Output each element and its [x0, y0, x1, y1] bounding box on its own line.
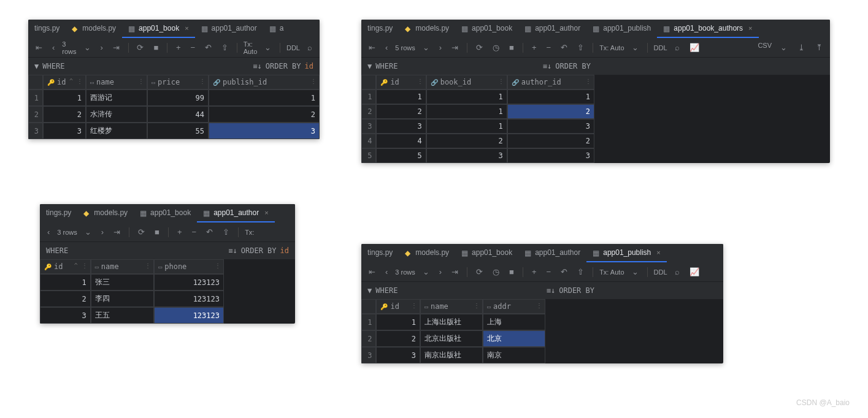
orderby-label[interactable]: ORDER BY: [559, 286, 594, 295]
sort-icon[interactable]: ≡↓: [228, 246, 237, 255]
chevron-down-icon[interactable]: ⌄: [778, 42, 789, 53]
add-row-button[interactable]: +: [529, 266, 539, 278]
first-page-button[interactable]: ⇤: [33, 42, 45, 53]
search-icon[interactable]: ⌕: [672, 266, 682, 278]
tab-publish[interactable]: ▦app01_publish: [586, 20, 657, 38]
tab-a[interactable]: ▦a: [263, 20, 290, 38]
orderby-value[interactable]: id: [305, 62, 313, 70]
stop-button[interactable]: ■: [151, 42, 161, 53]
refresh-button[interactable]: ⟳: [136, 226, 147, 238]
tab-tings[interactable]: tings.py: [361, 244, 399, 262]
chevron-down-icon[interactable]: ⌄: [420, 266, 432, 278]
tab-tings[interactable]: tings.py: [361, 20, 399, 38]
chevron-down-icon[interactable]: ⌄: [629, 266, 641, 278]
prev-page-button[interactable]: ‹: [45, 226, 52, 238]
sort-icon[interactable]: ≡↓: [547, 286, 555, 295]
table-row[interactable]: 11上海出版社上海: [361, 314, 545, 330]
chevron-down-icon[interactable]: ⌄: [82, 226, 94, 238]
col-id[interactable]: 🔑id^ ⋮: [40, 259, 91, 274]
orderby-value[interactable]: id: [280, 246, 289, 255]
prev-page-button[interactable]: ‹: [383, 266, 390, 278]
where-label[interactable]: WHERE: [375, 286, 398, 295]
sort-icon[interactable]: ≡↓: [543, 62, 551, 70]
prev-page-button[interactable]: ‹: [50, 42, 57, 53]
clock-icon[interactable]: ◷: [490, 266, 502, 278]
add-row-button[interactable]: +: [175, 226, 185, 238]
tab-tings[interactable]: tings.py: [40, 204, 77, 222]
commit-button[interactable]: ⇧: [220, 226, 232, 238]
delete-row-button[interactable]: −: [188, 42, 198, 53]
table-row[interactable]: 1张三123123: [40, 274, 224, 291]
next-page-button[interactable]: ›: [99, 226, 106, 238]
col-addr[interactable]: ▭addr⋮: [483, 299, 545, 314]
tx-mode[interactable]: Tx: Auto: [244, 40, 258, 55]
col-id[interactable]: 🔑id⋮: [376, 75, 426, 89]
close-icon[interactable]: ×: [264, 209, 268, 216]
refresh-button[interactable]: ⟳: [474, 42, 485, 53]
upload-icon[interactable]: ⤒: [813, 42, 825, 53]
last-page-button[interactable]: ⇥: [111, 226, 123, 238]
tx-mode[interactable]: Tx: Auto: [599, 268, 624, 276]
csv-button[interactable]: CSV: [758, 42, 772, 53]
row-count[interactable]: 3 rows: [57, 229, 77, 236]
search-icon[interactable]: ⌕: [672, 42, 682, 53]
refresh-button[interactable]: ⟳: [134, 42, 146, 53]
chevron-down-icon[interactable]: ⌄: [420, 42, 432, 53]
commit-button[interactable]: ⇧: [575, 266, 586, 278]
chevron-down-icon[interactable]: ⌄: [262, 42, 274, 53]
table-row[interactable]: 2 2 水浒传 44 2: [28, 106, 320, 123]
filter-icon[interactable]: ▼: [367, 62, 372, 70]
next-page-button[interactable]: ›: [98, 42, 106, 53]
next-page-button[interactable]: ›: [437, 266, 444, 278]
orderby-label[interactable]: ORDER BY: [555, 62, 591, 70]
first-page-button[interactable]: ⇤: [366, 266, 378, 278]
filter-icon[interactable]: ▼: [34, 62, 39, 70]
tab-book[interactable]: ▦app01_book: [455, 244, 518, 262]
stop-button[interactable]: ■: [152, 226, 162, 238]
row-count[interactable]: 5 rows: [395, 44, 415, 51]
row-count[interactable]: 3 rows: [62, 40, 76, 55]
commit-button[interactable]: ⇧: [575, 42, 586, 53]
where-label[interactable]: WHERE: [42, 62, 64, 70]
chevron-down-icon[interactable]: ⌄: [629, 42, 641, 53]
table-row[interactable]: 5533: [361, 148, 594, 163]
col-name[interactable]: ▭name⋮: [420, 299, 483, 314]
add-row-button[interactable]: +: [529, 42, 539, 53]
col-name[interactable]: ▭name⋮: [91, 259, 154, 274]
table-row[interactable]: 1111: [361, 89, 594, 104]
prev-page-button[interactable]: ‹: [383, 42, 390, 53]
close-icon[interactable]: ×: [656, 249, 660, 256]
tab-models[interactable]: ◆models.py: [399, 20, 455, 38]
tab-book[interactable]: ▦app01_book×: [122, 20, 195, 38]
delete-row-button[interactable]: −: [544, 42, 554, 53]
tab-publish[interactable]: ▦app01_publish×: [586, 244, 667, 262]
stop-button[interactable]: ■: [507, 266, 517, 278]
ddl-button[interactable]: DDL: [286, 44, 300, 51]
download-icon[interactable]: ⤓: [796, 42, 807, 53]
clock-icon[interactable]: ◷: [490, 42, 502, 53]
table-row[interactable]: 1 1 西游记 99 1: [28, 89, 320, 106]
where-label[interactable]: WHERE: [375, 62, 398, 70]
orderby-label[interactable]: ORDER BY: [266, 62, 301, 70]
tab-author[interactable]: ▦app01_author: [518, 244, 586, 262]
first-page-button[interactable]: ⇤: [366, 42, 378, 53]
delete-row-button[interactable]: −: [190, 226, 199, 238]
col-author-id[interactable]: 🔗author_id⋮: [507, 75, 594, 89]
ddl-button[interactable]: DDL: [654, 268, 667, 276]
tx-mode[interactable]: Tx:: [245, 229, 254, 236]
table-row[interactable]: 3 3 红楼梦 55 3: [28, 123, 320, 139]
tab-models[interactable]: ◆models.py: [66, 20, 122, 38]
where-label[interactable]: WHERE: [46, 246, 68, 255]
revert-button[interactable]: ↶: [558, 266, 570, 278]
col-id[interactable]: 🔑id^ ⋮: [43, 75, 86, 89]
tx-mode[interactable]: Tx: Auto: [599, 44, 624, 51]
tab-author[interactable]: ▦app01_author: [518, 20, 586, 38]
table-row[interactable]: 2212: [361, 104, 594, 119]
refresh-button[interactable]: ⟳: [474, 266, 485, 278]
col-phone[interactable]: ▭phone⋮: [154, 259, 224, 274]
tab-author[interactable]: ▦app01_author×: [197, 204, 275, 222]
ddl-button[interactable]: DDL: [654, 44, 667, 51]
filter-icon[interactable]: ▼: [367, 286, 372, 295]
sort-icon[interactable]: ≡↓: [253, 62, 261, 70]
tab-models[interactable]: ◆models.py: [77, 204, 134, 222]
